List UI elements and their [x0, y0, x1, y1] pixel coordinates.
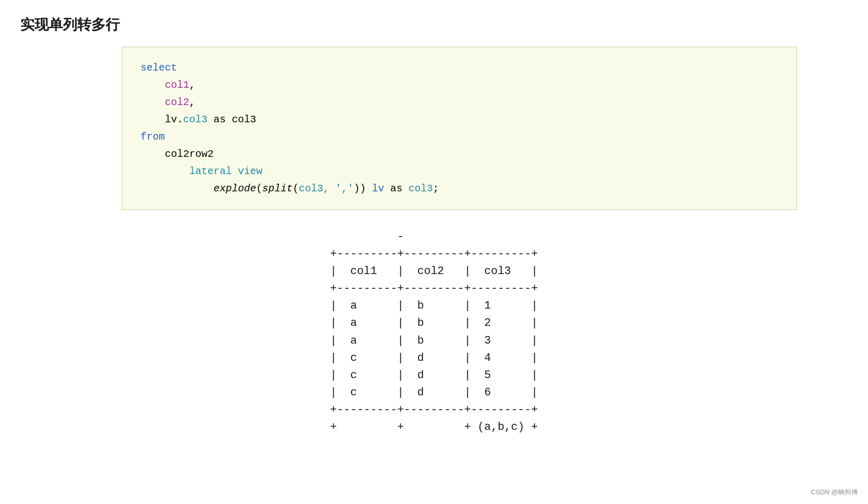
code-line-7: lateral view — [141, 163, 778, 180]
code-line-8: explode(split(col3, ',')) lv as col3; — [141, 180, 778, 197]
table-area: - +---------+---------+---------+ | col1… — [20, 228, 848, 436]
code-line-5: from — [141, 128, 778, 146]
code-line-1: select — [141, 59, 778, 77]
code-line-3: col2, — [141, 94, 778, 111]
watermark: CSDN @晌邦傅 — [811, 488, 858, 497]
code-line-6: col2row2 — [141, 146, 778, 163]
page-title: 实现单列转多行 — [20, 15, 848, 35]
code-block: select col1, col2, lv.col3 as col3 from … — [122, 47, 797, 210]
code-line-4: lv.col3 as col3 — [141, 111, 778, 128]
ascii-table: - +---------+---------+---------+ | col1… — [330, 228, 538, 436]
code-line-2: col1, — [141, 77, 778, 94]
